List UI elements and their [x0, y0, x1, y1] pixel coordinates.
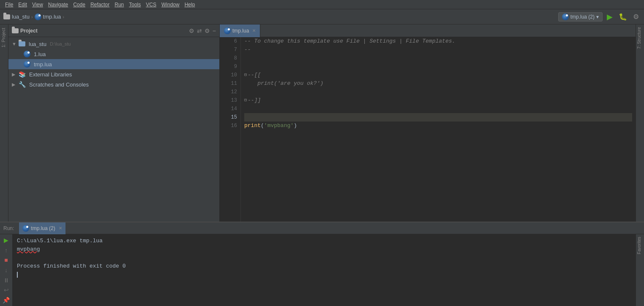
code-line-16: print('mvpbang') [244, 122, 632, 130]
toolbar-right: tmp.lua (2) ▾ ▶ 🐛 ⚙ [558, 11, 641, 22]
tree-item-1lua[interactable]: 1.lua [8, 49, 219, 59]
breadcrumb-project[interactable]: lua_stu [12, 14, 30, 20]
menu-edit[interactable]: Edit [16, 2, 30, 8]
console-stop-button[interactable]: ■ [2, 256, 11, 264]
file-name-1lua: 1.lua [34, 51, 46, 57]
menu-run[interactable]: Run [112, 2, 126, 8]
run-config-label: tmp.lua (2) [570, 14, 595, 20]
code-editor[interactable]: 6 7 8 9 10 11 12 13 14 15 16 -- To chang… [220, 37, 636, 222]
run-config-icon [562, 14, 569, 20]
console-down-button[interactable]: ↓ [2, 266, 11, 274]
gear-icon[interactable]: ⚙ [189, 27, 194, 34]
tree-external-libraries[interactable]: ▶ 📚 External Libraries [8, 69, 219, 79]
toolbar: lua_stu › tmp.lua › tmp.lua (2) ▾ ▶ 🐛 ⚙ [0, 9, 644, 24]
line-numbers: 6 7 8 9 10 11 12 13 14 15 16 [220, 37, 241, 222]
code-line-13: ⊟ --]] [244, 96, 632, 105]
root-folder-path: D:\lua_stu [50, 41, 71, 46]
console-line-process: Process finished with exit code 0 [17, 262, 631, 271]
menu-bar: File Edit View Navigate Code Refactor Ru… [0, 0, 644, 9]
breadcrumb-file[interactable]: tmp.lua [43, 14, 61, 20]
tab-bar: tmp.lua ✕ [220, 24, 636, 37]
run-button[interactable]: ▶ [605, 11, 614, 22]
menu-help[interactable]: Help [182, 2, 198, 8]
code-function-print: print [244, 122, 261, 130]
code-line-14 [244, 105, 632, 113]
menu-file[interactable]: File [3, 2, 16, 8]
console-tab-tmplua[interactable]: tmp.lua (2) ✕ [19, 222, 65, 234]
run-config-button[interactable]: tmp.lua (2) ▾ [558, 12, 603, 22]
menu-window[interactable]: Window [159, 2, 182, 8]
tab-lua-icon [224, 27, 231, 34]
console-up-button[interactable]: ↑ [2, 246, 11, 255]
line-num-15: 15 [223, 113, 237, 122]
console-tab-name: tmp.lua (2) [31, 225, 55, 231]
menu-tools[interactable]: Tools [126, 2, 143, 8]
editor-tab-tmplua[interactable]: tmp.lua ✕ [220, 24, 260, 37]
code-paren-open: ( [261, 122, 264, 130]
bottom-content: ▶ ↑ ■ ↓ ⏸ ↩ 📌 C:\Lua\5.1\lua.exe tmp.lua… [0, 234, 644, 306]
structure-panel-label[interactable]: 7: Structure [636, 24, 644, 51]
console-tab-icon [22, 225, 29, 232]
code-line-12 [244, 88, 632, 96]
console-output[interactable]: C:\Lua\5.1\lua.exe tmp.lua mvpbang Proce… [13, 234, 636, 306]
run-label: Run: [3, 225, 14, 231]
fold-icon-10[interactable]: ⊟ [244, 71, 247, 79]
settings-icon[interactable]: ⚙ [205, 27, 210, 34]
debug-button[interactable]: 🐛 [617, 12, 629, 22]
breadcrumb: lua_stu › tmp.lua › [3, 14, 557, 20]
root-folder-name: lua_stu [29, 41, 46, 47]
coverage-button[interactable]: ⚙ [631, 12, 641, 22]
code-line-8 [244, 54, 632, 62]
fold-icon-13[interactable]: ⊟ [244, 96, 247, 105]
tab-close-button[interactable]: ✕ [252, 28, 256, 33]
lua-icon-tmp [24, 61, 30, 68]
console-pause-button[interactable]: ⏸ [2, 276, 11, 284]
tree-item-tmplua[interactable]: tmp.lua [8, 59, 219, 69]
console-run-button[interactable]: ▶ [2, 236, 11, 244]
console-pin-button[interactable]: 📌 [2, 296, 11, 304]
line-num-9: 9 [223, 62, 237, 71]
root-folder-icon [19, 41, 25, 46]
tab-name: tmp.lua [232, 28, 249, 34]
console-wrap-button[interactable]: ↩ [2, 286, 11, 295]
console-line-cursor [17, 271, 631, 279]
code-string-mvpbang: 'mvpbang' [264, 122, 294, 130]
tree-scratches[interactable]: ▶ 🔧 Scratches and Consoles [8, 79, 219, 89]
console-line-command: C:\Lua\5.1\lua.exe tmp.lua [17, 237, 631, 245]
tree-root[interactable]: ▼ lua_stu D:\lua_stu [8, 39, 219, 49]
panel-header: Project ⚙ ⇄ ⚙ − [8, 24, 219, 37]
expand-ext-icon: ▶ [12, 72, 17, 77]
console-sidebar: ▶ ↑ ■ ↓ ⏸ ↩ 📌 [0, 234, 13, 306]
breadcrumb-sep1: › [31, 14, 33, 19]
sync-icon[interactable]: ⇄ [197, 27, 202, 34]
bottom-right-label: Favorites [636, 234, 644, 306]
menu-code[interactable]: Code [71, 2, 88, 8]
breadcrumb-sep2: › [63, 14, 64, 19]
line-num-6: 6 [223, 37, 237, 46]
code-comment-11: print('are you ok?') [244, 79, 323, 88]
code-comment-13: --]] [248, 96, 261, 105]
menu-view[interactable]: View [30, 2, 46, 8]
minimize-icon[interactable]: − [213, 27, 216, 34]
code-comment-10: --[[ [248, 71, 261, 79]
expand-icon: ▼ [12, 41, 17, 46]
left-side-labels: 1: Project [0, 24, 8, 222]
menu-navigate[interactable]: Navigate [46, 2, 71, 8]
bottom-tab-bar: Run: tmp.lua (2) ✕ [0, 222, 644, 234]
code-paren-close: ) [294, 122, 297, 130]
project-folder-icon [12, 28, 19, 33]
console-tab-close[interactable]: ✕ [59, 226, 62, 230]
menu-refactor[interactable]: Refactor [88, 2, 112, 8]
project-panel-label[interactable]: 1: Project [0, 24, 8, 51]
code-line-6: -- To change this template use File | Se… [244, 37, 632, 46]
favorites-label[interactable]: Favorites [636, 234, 644, 257]
lua-icon-1 [24, 51, 30, 57]
console-command-text: C:\Lua\5.1\lua.exe tmp.lua [17, 238, 103, 244]
code-line-11: print('are you ok?') [244, 79, 632, 88]
console-line-empty [17, 254, 631, 262]
console-process-text: Process finished with exit code 0 [17, 263, 126, 269]
code-content[interactable]: -- To change this template use File | Se… [241, 37, 636, 222]
run-config-chevron: ▾ [596, 14, 599, 20]
menu-vcs[interactable]: VCS [143, 2, 159, 8]
code-line-7: -- [244, 46, 632, 54]
